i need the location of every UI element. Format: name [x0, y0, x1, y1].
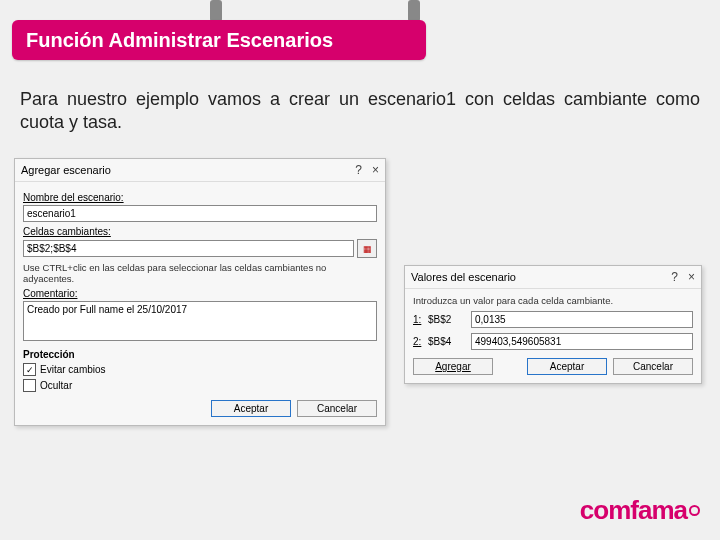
- changing-cells-input[interactable]: [23, 240, 354, 257]
- scenario-name-input[interactable]: [23, 205, 377, 222]
- logo-dot-icon: [689, 505, 700, 516]
- prevent-changes-label: Evitar cambios: [40, 364, 106, 375]
- cell-ref: $B$2: [428, 314, 466, 325]
- dialog-titlebar: Agregar escenario ? ×: [15, 159, 385, 182]
- changing-cells-label: Celdas cambiantes:: [23, 226, 377, 237]
- value-row-2: 2: $B$4: [413, 333, 693, 350]
- close-icon[interactable]: ×: [688, 270, 695, 284]
- value-input-1[interactable]: [471, 311, 693, 328]
- ctrl-click-hint: Use CTRL+clic en las celdas para selecci…: [23, 262, 377, 284]
- checkbox-unchecked-icon[interactable]: [23, 379, 36, 392]
- prevent-changes-row[interactable]: ✓ Evitar cambios: [23, 363, 377, 376]
- clip-decoration-left: [210, 0, 222, 22]
- add-button[interactable]: Agregar: [413, 358, 493, 375]
- cell-ref: $B$4: [428, 336, 466, 347]
- values-intro: Introduzca un valor para cada celda camb…: [413, 295, 693, 306]
- add-scenario-dialog: Agregar escenario ? × Nombre del escenar…: [14, 158, 386, 426]
- protection-section-label: Protección: [23, 349, 377, 360]
- brand-logo: comfama: [580, 495, 700, 526]
- close-icon[interactable]: ×: [372, 163, 379, 177]
- scenario-name-label: Nombre del escenario:: [23, 192, 377, 203]
- cancel-button[interactable]: Cancelar: [297, 400, 377, 417]
- intro-paragraph: Para nuestro ejemplo vamos a crear un es…: [20, 88, 700, 135]
- row-number: 2:: [413, 336, 423, 347]
- dialog-title-text: Agregar escenario: [21, 164, 111, 176]
- dialog-titlebar: Valores del escenario ? ×: [405, 266, 701, 289]
- cell-picker-icon[interactable]: ▦: [357, 239, 377, 258]
- clip-decoration-right: [408, 0, 420, 22]
- help-icon[interactable]: ?: [355, 163, 362, 177]
- comment-label: Comentario:: [23, 288, 377, 299]
- value-input-2[interactable]: [471, 333, 693, 350]
- hide-label: Ocultar: [40, 380, 72, 391]
- accept-button[interactable]: Aceptar: [211, 400, 291, 417]
- hide-row[interactable]: Ocultar: [23, 379, 377, 392]
- slide-title-banner: Función Administrar Escenarios: [12, 20, 426, 60]
- value-row-1: 1: $B$2: [413, 311, 693, 328]
- cancel-button[interactable]: Cancelar: [613, 358, 693, 375]
- comment-textarea[interactable]: [23, 301, 377, 341]
- row-number: 1:: [413, 314, 423, 325]
- dialog-title-text: Valores del escenario: [411, 271, 516, 283]
- help-icon[interactable]: ?: [671, 270, 678, 284]
- scenario-values-dialog: Valores del escenario ? × Introduzca un …: [404, 265, 702, 384]
- checkbox-checked-icon[interactable]: ✓: [23, 363, 36, 376]
- accept-button[interactable]: Aceptar: [527, 358, 607, 375]
- slide-title: Función Administrar Escenarios: [26, 29, 333, 52]
